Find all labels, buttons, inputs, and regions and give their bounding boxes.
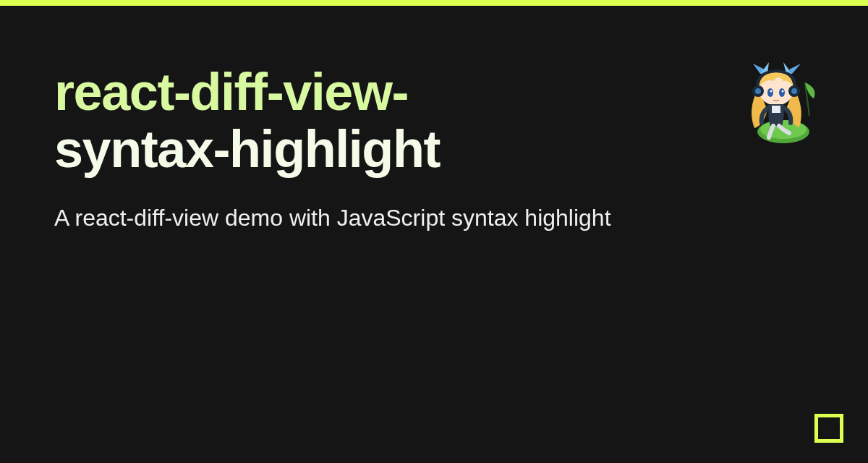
svg-point-10 bbox=[770, 90, 773, 93]
svg-rect-12 bbox=[772, 106, 780, 113]
svg-point-7 bbox=[791, 88, 797, 94]
title-line-1: react-diff-view- bbox=[54, 63, 408, 121]
accent-top-bar bbox=[0, 0, 868, 6]
svg-point-9 bbox=[779, 88, 785, 97]
svg-point-5 bbox=[755, 88, 761, 94]
svg-point-11 bbox=[782, 90, 784, 93]
page-subtitle: A react-diff-view demo with JavaScript s… bbox=[54, 203, 611, 234]
page-title: react-diff-view- syntax-highlight bbox=[54, 64, 611, 178]
svg-point-8 bbox=[767, 88, 773, 97]
corner-square-icon bbox=[814, 414, 843, 443]
main-content: react-diff-view- syntax-highlight A reac… bbox=[0, 6, 868, 234]
anime-avatar-icon bbox=[733, 59, 820, 146]
title-line-2: syntax-highlight bbox=[54, 120, 440, 178]
text-block: react-diff-view- syntax-highlight A reac… bbox=[54, 64, 611, 234]
avatar bbox=[733, 59, 820, 146]
